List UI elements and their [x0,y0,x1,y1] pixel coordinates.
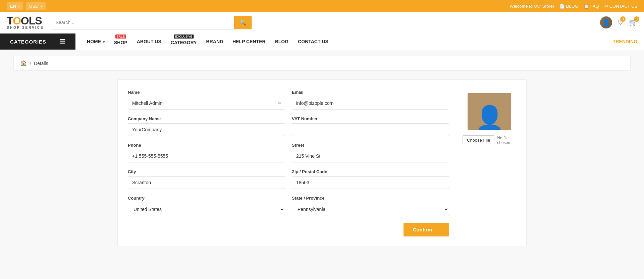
city-label: City [128,169,285,174]
profile-section: Choose File No file chosen [463,90,516,236]
name-label: Name [128,90,285,95]
header: TOOLS SHOP SERVICE 🔍 👤 ♡ 3 🛒 0 [0,12,644,33]
confirm-label: Confirm [413,227,432,232]
currency-selector[interactable]: USD ▾ [26,2,45,10]
avatar-image: 👤 [600,16,612,28]
form-row-city-zip: City Zip / Postal Code [128,169,449,189]
search-button[interactable]: 🔍 [234,16,252,29]
phone-input[interactable] [128,150,285,162]
company-input[interactable] [128,123,285,136]
lang-chevron-icon: ▾ [18,4,20,8]
home-chevron-icon: ▾ [103,40,105,44]
avatar[interactable]: 👤 [600,16,612,28]
nav-about[interactable]: ABOUT US [132,34,166,49]
choose-file-button[interactable]: Choose File [463,135,494,145]
nav-contact[interactable]: CONTACT US [293,34,333,49]
email-icon: ✉ [604,4,608,9]
sale-badge: SALE [115,34,126,39]
exclusive-badge: EXCLUSIVE [174,34,194,39]
breadcrumb-current: Details [34,61,48,66]
nav-trending[interactable]: TRENDING [608,34,644,49]
nav-shop[interactable]: SALE SHOP [109,33,132,50]
form-columns: Name ✏ Email Company Name [128,90,449,236]
cart-badge: 0 [634,16,639,22]
zip-input[interactable] [292,176,449,189]
email-label: Email [292,90,449,95]
cart-button[interactable]: 🛒 0 [629,18,637,26]
breadcrumb: 🏠 / Details [13,56,631,71]
name-input[interactable] [128,97,285,110]
state-label: State / Province [292,196,449,201]
menu-icon: ☰ [60,38,65,45]
main-content: Name ✏ Email Company Name [104,76,540,260]
company-label: Company Name [128,116,285,121]
street-group: Street [292,143,449,162]
logo-subtitle: SHOP SERVICE [7,26,44,29]
home-icon[interactable]: 🏠 [20,60,27,66]
categories-button[interactable]: CATEGORIES ☰ [0,33,75,50]
currency-chevron-icon: ▾ [41,4,42,8]
email-group: Email [292,90,449,110]
faq-icon: 📋 [584,4,589,9]
country-label: Country [128,196,285,201]
language-selector[interactable]: EN ▾ [7,2,23,10]
top-bar-left: EN ▾ USD ▾ [7,2,46,10]
top-bar-right: Welcome to Our Store! 📄 BLOG 📋 FAQ ✉ CON… [510,4,637,9]
street-label: Street [292,143,449,148]
nav-category[interactable]: EXCLUSIVE CATEGORY [166,33,202,50]
categories-label: CATEGORIES [10,39,46,45]
breadcrumb-separator: / [30,61,31,66]
country-group: Country United States Canada United King… [128,196,285,216]
file-input-area: Choose File No file chosen [463,135,516,145]
city-input[interactable] [128,176,285,189]
top-bar: EN ▾ USD ▾ Welcome to Our Store! 📄 BLOG … [0,0,644,12]
vat-label: VAT Number [292,116,449,121]
name-group: Name ✏ [128,90,285,110]
search-input[interactable] [51,16,234,29]
welcome-text: Welcome to Our Store! [510,4,554,9]
company-group: Company Name [128,116,285,136]
nav-links: HOME ▾ SALE SHOP ABOUT US EXCLUSIVE CATE… [75,33,340,50]
vat-group: VAT Number [292,116,449,136]
no-file-text: No file chosen [497,136,516,145]
confirm-row: Confirm → [128,223,449,236]
nav-brand[interactable]: BRAND [202,34,228,49]
state-group: State / Province Pennsylvania California… [292,196,449,216]
confirm-button[interactable]: Confirm → [404,223,449,236]
country-select[interactable]: United States Canada United Kingdom Aust… [128,203,285,216]
zip-label: Zip / Postal Code [292,169,449,174]
search-bar: 🔍 [51,16,252,29]
nav-help[interactable]: HELP CENTER [228,34,270,49]
state-select[interactable]: Pennsylvania California New York Texas F… [292,203,449,216]
confirm-arrow-icon: → [435,227,440,232]
name-input-wrapper: ✏ [128,97,285,110]
edit-icon: ✏ [278,100,282,106]
form-row-name-email: Name ✏ Email [128,90,449,110]
profile-photo [468,93,511,130]
zip-group: Zip / Postal Code [292,169,449,189]
phone-group: Phone [128,143,285,162]
wishlist-button[interactable]: ♡ 3 [618,18,624,26]
nav-blog[interactable]: BLOG [270,34,293,49]
breadcrumb-wrapper: 🏠 / Details [0,56,644,71]
phone-label: Phone [128,143,285,148]
blog-icon: 📄 [559,4,565,9]
form-row-country-state: Country United States Canada United King… [128,196,449,216]
form-section: Name ✏ Email Company Name [117,79,527,247]
blog-link[interactable]: 📄 BLOG [559,4,578,9]
city-group: City [128,169,285,189]
street-input[interactable] [292,150,449,162]
vat-input[interactable] [292,123,449,136]
form-row-company-vat: Company Name VAT Number [128,116,449,136]
wishlist-badge: 3 [620,16,626,22]
form-row-phone-street: Phone Street [128,143,449,162]
header-actions: 👤 ♡ 3 🛒 0 [600,16,637,28]
nav: CATEGORIES ☰ HOME ▾ SALE SHOP ABOUT US E… [0,33,644,50]
email-input[interactable] [292,97,449,110]
nav-home[interactable]: HOME ▾ [82,34,109,49]
contact-link[interactable]: ✉ CONTACT US [604,4,637,9]
faq-link[interactable]: 📋 FAQ [584,4,599,9]
search-icon: 🔍 [239,20,246,25]
logo[interactable]: TOOLS SHOP SERVICE [7,15,44,29]
